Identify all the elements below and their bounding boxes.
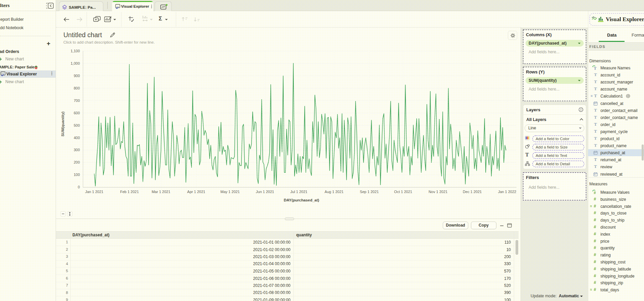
svg-text:T: T xyxy=(594,66,597,70)
svg-text:#: # xyxy=(594,190,596,195)
